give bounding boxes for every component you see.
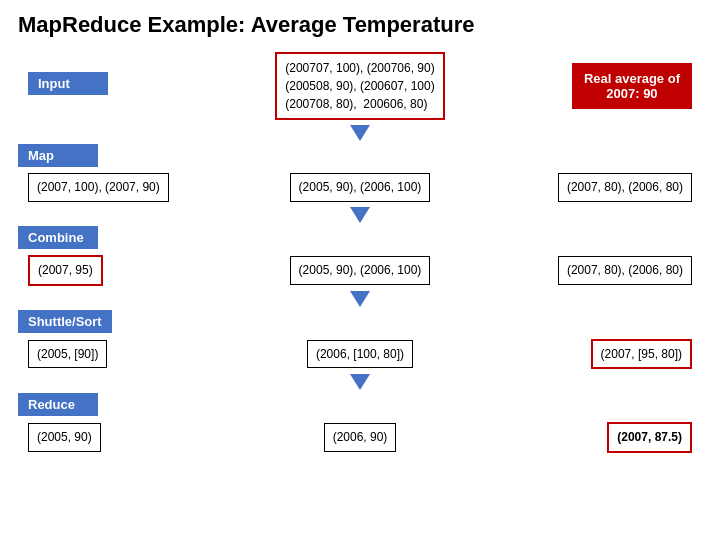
map-stage-label: Map bbox=[18, 144, 98, 167]
reduce-stage-label: Reduce bbox=[18, 393, 98, 416]
reduce-item-1: (2006, 90) bbox=[249, 423, 470, 452]
arrow-down-icon-3 bbox=[350, 291, 370, 307]
arrow-after-map bbox=[18, 205, 702, 225]
combine-item-1: (2005, 90), (2006, 100) bbox=[249, 256, 470, 285]
input-stage-label: Input bbox=[28, 72, 108, 95]
reduce-section: Reduce (2005, 90) (2006, 90) (2007, 87.5… bbox=[18, 393, 702, 453]
page-title: MapReduce Example: Average Temperature bbox=[18, 12, 702, 38]
input-label-cell: Input bbox=[18, 72, 249, 101]
combine-data-box-1: (2005, 90), (2006, 100) bbox=[290, 256, 431, 285]
combine-item-0: (2007, 95) bbox=[18, 255, 249, 286]
reduce-item-0: (2005, 90) bbox=[18, 423, 249, 452]
combine-data-box-0: (2007, 95) bbox=[28, 255, 103, 286]
reduce-items-row: (2005, 90) (2006, 90) (2007, 87.5) bbox=[18, 422, 702, 453]
real-avg-cell: Real average of2007: 90 bbox=[471, 63, 702, 109]
map-items-row: (2007, 100), (2007, 90) (2005, 90), (200… bbox=[18, 173, 702, 202]
shuttle-data-box-2: (2007, [95, 80]) bbox=[591, 339, 692, 370]
map-item-1: (2005, 90), (2006, 100) bbox=[249, 173, 470, 202]
input-data-cell: (200707, 100), (200706, 90) (200508, 90)… bbox=[249, 52, 470, 120]
map-item-0: (2007, 100), (2007, 90) bbox=[18, 173, 249, 202]
input-row: Input (200707, 100), (200706, 90) (20050… bbox=[18, 52, 702, 120]
reduce-item-2: (2007, 87.5) bbox=[471, 422, 702, 453]
arrow-after-combine bbox=[18, 289, 702, 309]
reduce-data-box-2: (2007, 87.5) bbox=[607, 422, 692, 453]
reduce-data-box-1: (2006, 90) bbox=[324, 423, 397, 452]
shuttle-item-1: (2006, [100, 80]) bbox=[249, 340, 470, 369]
combine-data-box-2: (2007, 80), (2006, 80) bbox=[558, 256, 692, 285]
map-section: Map (2007, 100), (2007, 90) (2005, 90), … bbox=[18, 144, 702, 202]
arrow-after-input bbox=[18, 123, 702, 143]
shuttle-item-0: (2005, [90]) bbox=[18, 340, 249, 369]
map-item-2: (2007, 80), (2006, 80) bbox=[471, 173, 702, 202]
input-section: Input (200707, 100), (200706, 90) (20050… bbox=[18, 52, 702, 120]
arrow-down-icon-4 bbox=[350, 374, 370, 390]
map-data-box-0: (2007, 100), (2007, 90) bbox=[28, 173, 169, 202]
real-avg-box: Real average of2007: 90 bbox=[572, 63, 692, 109]
shuttle-section: Shuttle/Sort (2005, [90]) (2006, [100, 8… bbox=[18, 310, 702, 370]
combine-items-row: (2007, 95) (2005, 90), (2006, 100) (2007… bbox=[18, 255, 702, 286]
page: MapReduce Example: Average Temperature I… bbox=[0, 0, 720, 540]
shuttle-stage-label: Shuttle/Sort bbox=[18, 310, 112, 333]
reduce-data-box-0: (2005, 90) bbox=[28, 423, 101, 452]
input-data-box: (200707, 100), (200706, 90) (200508, 90)… bbox=[275, 52, 444, 120]
combine-section: Combine (2007, 95) (2005, 90), (2006, 10… bbox=[18, 226, 702, 286]
shuttle-data-box-0: (2005, [90]) bbox=[28, 340, 107, 369]
shuttle-item-2: (2007, [95, 80]) bbox=[471, 339, 702, 370]
combine-item-2: (2007, 80), (2006, 80) bbox=[471, 256, 702, 285]
arrow-down-icon bbox=[350, 125, 370, 141]
arrow-down-icon-2 bbox=[350, 207, 370, 223]
map-data-box-2: (2007, 80), (2006, 80) bbox=[558, 173, 692, 202]
shuttle-data-box-1: (2006, [100, 80]) bbox=[307, 340, 413, 369]
shuttle-items-row: (2005, [90]) (2006, [100, 80]) (2007, [9… bbox=[18, 339, 702, 370]
combine-stage-label: Combine bbox=[18, 226, 98, 249]
arrow-after-shuttle bbox=[18, 372, 702, 392]
map-data-box-1: (2005, 90), (2006, 100) bbox=[290, 173, 431, 202]
